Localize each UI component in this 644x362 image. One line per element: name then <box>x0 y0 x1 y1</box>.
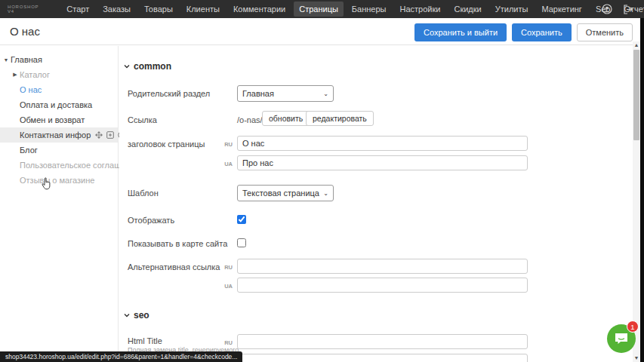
html-title-ua-input[interactable] <box>237 354 528 362</box>
menu-item[interactable]: Старт <box>61 2 94 17</box>
sitemap-label: Показывать в карте сайта <box>128 239 227 248</box>
menu-item[interactable]: Баннеры <box>347 2 392 17</box>
section-common-title: common <box>134 61 171 72</box>
section-seo-title: seo <box>134 310 149 321</box>
menu-item[interactable]: Клиенты <box>181 2 225 17</box>
template-label: Шаблон <box>128 189 159 198</box>
chevron-right-icon[interactable]: ▶ <box>11 67 19 82</box>
display-label: Отображать <box>128 216 174 225</box>
tree-item-label: Контактная инфор <box>20 130 91 140</box>
page-title-field-label: заголовок страницы <box>128 140 205 149</box>
logo[interactable]: HOROSHOP V4 shop34423.horoshop.ua <box>8 5 39 14</box>
cancel-button[interactable]: Отменить <box>577 23 633 41</box>
page-title: О нас <box>10 25 40 38</box>
chevron-down-icon[interactable]: ▼ <box>2 52 10 67</box>
save-button[interactable]: Сохранить <box>512 23 572 41</box>
lang-tag-ua: UA <box>216 283 233 290</box>
parent-section-value: Главная <box>242 89 274 98</box>
scroll-down-arrow[interactable]: ▼ <box>633 354 640 362</box>
pages-tree-sidebar: ▼Главная▶КаталогО насОплата и доставкаОб… <box>0 46 119 362</box>
link-update-button[interactable]: обновить <box>262 111 310 126</box>
tree-item-label: О нас <box>20 85 42 94</box>
page-title-ua-input[interactable] <box>237 155 528 170</box>
header-buttons: Сохранить и выйти Сохранить Отменить <box>414 23 633 41</box>
lang-tag-ua: UA <box>216 161 233 167</box>
edit-form: common Родительский раздел Главная ⌄ Ссы… <box>119 46 640 362</box>
link-edit-button[interactable]: редактировать <box>306 111 374 126</box>
menu-item[interactable]: Скидки <box>448 2 486 17</box>
tree-item[interactable]: Обмен и возврат <box>0 112 118 127</box>
link-label: Ссылка <box>128 115 157 124</box>
alt-link-ua-input[interactable] <box>237 278 528 293</box>
chevron-down-icon <box>124 312 130 318</box>
menu-item[interactable]: Заказы <box>97 2 136 17</box>
menu-item[interactable]: Комментарии <box>228 2 291 17</box>
top-menu: СтартЗаказыТоварыКлиентыКомментарииСтран… <box>61 2 644 17</box>
chevron-down-icon <box>124 63 130 69</box>
parent-section-select[interactable]: Главная ⌄ <box>237 85 334 102</box>
tree-item-label: Обмен и возврат <box>20 115 85 124</box>
tree-item-label: Блог <box>20 146 38 155</box>
template-value: Текстовая страница <box>242 189 319 198</box>
section-seo[interactable]: seo <box>124 310 149 321</box>
parent-section-label: Родительский раздел <box>128 89 210 98</box>
status-url-bar: shop34423.horoshop.ua/edit/edit.php?id=6… <box>0 351 242 362</box>
link-value: /o-nas/ <box>237 115 263 124</box>
screen-edge <box>640 18 644 362</box>
lang-tag-ru: RU <box>216 264 233 271</box>
tree-item[interactable]: Отзывы о магазине <box>0 173 118 188</box>
top-navigation-bar: HOROSHOP V4 shop34423.horoshop.ua СтартЗ… <box>0 0 644 18</box>
menu-item[interactable]: Страницы <box>294 2 344 17</box>
tree-item[interactable]: Пользовательское соглашение <box>0 158 118 173</box>
logo-version: HOROSHOP V4 <box>8 5 39 14</box>
add-icon[interactable] <box>106 131 114 139</box>
tree-item[interactable]: Контактная инфор <box>0 127 118 143</box>
page-editor: HOROSHOP V4 shop34423.horoshop.ua СтартЗ… <box>0 0 644 362</box>
html-title-label: Html Title <box>128 336 162 345</box>
lang-tag-ru: RU <box>216 339 233 346</box>
menu-item[interactable]: Утилиты <box>490 2 534 17</box>
chat-widget-button[interactable]: 1 <box>607 324 636 353</box>
template-select[interactable]: Текстовая страница ⌄ <box>237 185 334 201</box>
display-checkbox[interactable] <box>237 215 246 224</box>
chat-unread-badge: 1 <box>627 321 639 333</box>
topbar-icons <box>602 0 633 18</box>
tree-item[interactable]: ▶Каталог <box>0 67 118 82</box>
tree-item-label: Оплата и доставка <box>20 100 92 109</box>
vertical-scrollbar[interactable]: ▲ ▼ <box>633 41 640 362</box>
tree-item[interactable]: О нас <box>0 82 118 97</box>
tree-item-label: Каталог <box>20 70 50 79</box>
tree-item[interactable]: ▼Главная <box>0 52 118 67</box>
tree-item-label: Главная <box>11 55 42 64</box>
logout-icon[interactable] <box>623 5 633 14</box>
save-and-exit-button[interactable]: Сохранить и выйти <box>414 23 507 41</box>
chat-bubble-icon <box>614 332 629 345</box>
pages-tree: ▼Главная▶КаталогО насОплата и доставкаОб… <box>0 52 118 188</box>
account-icon[interactable] <box>602 4 612 14</box>
scrollbar-thumb[interactable] <box>633 50 639 140</box>
lang-tag-ru: RU <box>216 141 233 148</box>
html-title-ru-input[interactable] <box>237 334 528 349</box>
tree-item-label: Отзывы о магазине <box>20 176 94 185</box>
menu-item[interactable]: Товары <box>139 2 178 17</box>
page-title-ru-input[interactable] <box>237 136 528 151</box>
tree-item[interactable]: Блог <box>0 143 118 158</box>
alt-link-ru-input[interactable] <box>237 259 528 274</box>
move-icon[interactable] <box>95 131 103 139</box>
menu-item[interactable]: Настройки <box>395 2 446 17</box>
sitemap-checkbox[interactable] <box>237 238 246 247</box>
chevron-down-icon: ⌄ <box>323 190 328 197</box>
tree-item[interactable]: Оплата и доставка <box>0 97 118 112</box>
page-header: О нас Сохранить и выйти Сохранить Отмени… <box>0 18 640 45</box>
scroll-up-arrow[interactable]: ▲ <box>633 41 640 49</box>
section-common[interactable]: common <box>124 61 171 72</box>
chevron-down-icon: ⌄ <box>323 90 328 97</box>
alt-link-label: Альтернативная ссылка <box>128 262 220 272</box>
menu-item[interactable]: Маркетинг <box>536 2 587 17</box>
